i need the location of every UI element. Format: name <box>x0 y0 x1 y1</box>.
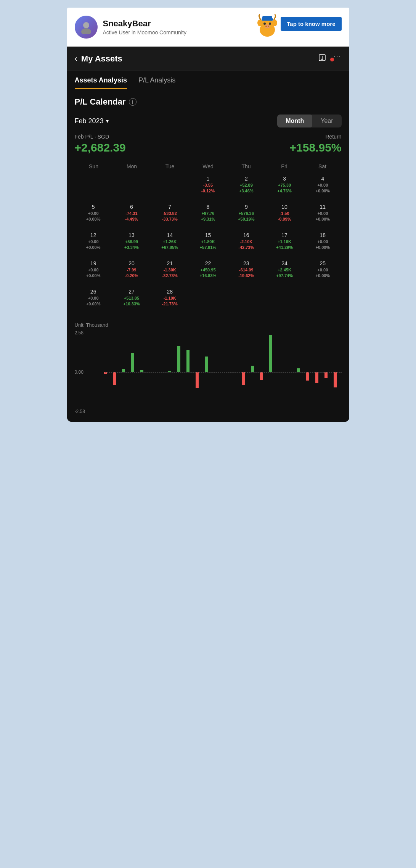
cal-value: -533.82-33.73% <box>162 211 178 223</box>
user-bar: SneakyBear Active User in Moomoo Communi… <box>67 8 349 47</box>
controls-row: Feb 2023 ▾ Month Year <box>75 115 342 127</box>
negative-bar <box>334 372 337 387</box>
negative-bar <box>306 372 309 381</box>
empty-cell <box>113 174 150 202</box>
date-caret-icon: ▾ <box>106 118 109 124</box>
calendar-day-20[interactable]: 20-7.99-0.20% <box>113 259 150 286</box>
positive-bar <box>131 353 134 372</box>
calendar-day-3[interactable]: 3+75.30+4.76% <box>266 174 303 202</box>
date-selector[interactable]: Feb 2023 ▾ <box>75 117 109 125</box>
negative-bar <box>324 372 328 378</box>
cal-value: +58.99+3.34% <box>124 239 139 251</box>
chart-bot-label: -2.58 <box>75 409 85 414</box>
year-view-button[interactable]: Year <box>312 115 341 127</box>
calendar-day-14[interactable]: 14+1.26K+67.85% <box>151 231 188 258</box>
calendar-day-21[interactable]: 21-1.30K-32.73% <box>151 259 188 286</box>
empty-cell <box>189 287 226 315</box>
calendar-header: Sun Mon Tue Wed Thu Fri Sat <box>75 162 342 171</box>
day-header-sat: Sat <box>304 162 342 171</box>
calendar-day-12[interactable]: 12+0.00+0.00% <box>75 231 112 258</box>
calendar-day-8[interactable]: 8+97.76+9.31% <box>189 202 226 230</box>
chart-area: 2.58 0.00 -2.58 <box>75 330 342 414</box>
calendar-day-9[interactable]: 9+576.36+50.19% <box>228 202 265 230</box>
calendar-day-13[interactable]: 13+58.99+3.34% <box>113 231 150 258</box>
chart-unit-label: Unit: Thousand <box>75 322 342 328</box>
cal-value: +450.95+16.83% <box>200 267 217 279</box>
more-icon[interactable]: ··· <box>333 53 341 60</box>
cal-date-number: 20 <box>128 260 135 266</box>
calendar-day-6[interactable]: 6-74.31-4.49% <box>113 202 150 230</box>
cal-date-number: 12 <box>90 232 96 238</box>
calendar-day-23[interactable]: 23-614.09-19.62% <box>228 259 265 286</box>
calendar-day-19[interactable]: 19+0.00+0.00% <box>75 259 112 286</box>
info-icon[interactable]: i <box>129 98 137 106</box>
calendar-day-27[interactable]: 27+513.85+10.33% <box>113 287 150 315</box>
negative-bar <box>260 372 263 380</box>
cal-value: -1.50-0.09% <box>278 211 291 223</box>
day-header-tue: Tue <box>151 162 189 171</box>
cal-date-number: 8 <box>207 204 210 210</box>
calendar-day-24[interactable]: 24+2.45K+97.74% <box>266 259 303 286</box>
calendar-day-16[interactable]: 16-2.10K-42.73% <box>228 231 265 258</box>
calendar-day-28[interactable]: 28-1.19K-21.73% <box>151 287 188 315</box>
cal-date-number: 3 <box>283 176 286 182</box>
cal-date-number: 26 <box>90 289 96 295</box>
cal-value: -7.99-0.20% <box>125 267 138 279</box>
empty-cell <box>75 174 112 202</box>
cal-date-number: 5 <box>92 204 95 210</box>
cal-date-number: 17 <box>281 232 288 238</box>
negative-bar <box>242 372 245 385</box>
calendar-day-2[interactable]: 2+52.89+3.46% <box>228 174 265 202</box>
calendar-day-10[interactable]: 10-1.50-0.09% <box>266 202 303 230</box>
cal-date-number: 2 <box>245 176 248 182</box>
cal-value: +0.00+0.00% <box>86 267 101 279</box>
cal-value: -1.30K-32.73% <box>162 267 178 279</box>
cal-value: -3.55-0.12% <box>201 182 215 194</box>
cal-date-number: 25 <box>320 260 326 266</box>
cal-value: +513.85+10.33% <box>123 295 140 307</box>
cal-date-number: 19 <box>90 260 96 266</box>
svg-point-1 <box>81 28 91 34</box>
calendar-day-22[interactable]: 22+450.95+16.83% <box>189 259 226 286</box>
section-title: P/L Calendar i <box>75 97 342 107</box>
calendar-day-7[interactable]: 7-533.82-33.73% <box>151 202 188 230</box>
cal-date-number: 7 <box>168 204 171 210</box>
calendar-day-11[interactable]: 11+0.00+0.00% <box>304 202 341 230</box>
cal-date-number: 21 <box>167 260 173 266</box>
cal-value: -74.31-4.49% <box>125 211 138 223</box>
cal-date-number: 11 <box>320 204 326 210</box>
positive-bar <box>122 369 125 372</box>
share-icon[interactable] <box>318 53 326 64</box>
cal-value: +1.80K+57.81% <box>200 239 217 251</box>
tab-assets-analysis[interactable]: Assets Analysis <box>75 76 127 89</box>
calendar-day-26[interactable]: 26+0.00+0.00% <box>75 287 112 315</box>
calendar-day-1[interactable]: 1-3.55-0.12% <box>189 174 226 202</box>
tap-to-know-button[interactable]: Tap to know more <box>281 17 341 31</box>
negative-bar <box>315 372 318 383</box>
back-button[interactable]: ‹ <box>75 54 77 64</box>
chart-top-label: 2.58 <box>75 330 84 336</box>
calendar-day-4[interactable]: 4+0.00+0.00% <box>304 174 341 202</box>
app-window: ‹ My Assets ··· Assets Analysis <box>67 47 349 422</box>
calendar: Sun Mon Tue Wed Thu Fri Sat 1-3.55-0.12%… <box>75 162 342 315</box>
calendar-day-5[interactable]: 5+0.00+0.00% <box>75 202 112 230</box>
day-header-fri: Fri <box>265 162 304 171</box>
cal-value: +576.36+50.19% <box>238 211 255 223</box>
page-title: My Assets <box>81 54 122 64</box>
cal-date-number: 18 <box>320 232 326 238</box>
chart-canvas <box>90 330 342 414</box>
positive-bar <box>297 368 300 372</box>
calendar-day-25[interactable]: 25+0.00+0.00% <box>304 259 341 286</box>
calendar-day-17[interactable]: 17+1.16K+41.29% <box>266 231 303 258</box>
month-view-button[interactable]: Month <box>277 115 312 127</box>
notification-dot <box>330 58 334 61</box>
avatar <box>75 16 98 39</box>
tab-pl-analysis[interactable]: P/L Analysis <box>138 76 175 89</box>
calendar-day-18[interactable]: 18+0.00+0.00% <box>304 231 341 258</box>
cal-date-number: 16 <box>243 232 249 238</box>
negative-bar <box>196 372 199 388</box>
zero-line <box>105 372 342 373</box>
negative-bar <box>113 372 116 385</box>
cal-date-number: 14 <box>167 232 173 238</box>
calendar-day-15[interactable]: 15+1.80K+57.81% <box>189 231 226 258</box>
